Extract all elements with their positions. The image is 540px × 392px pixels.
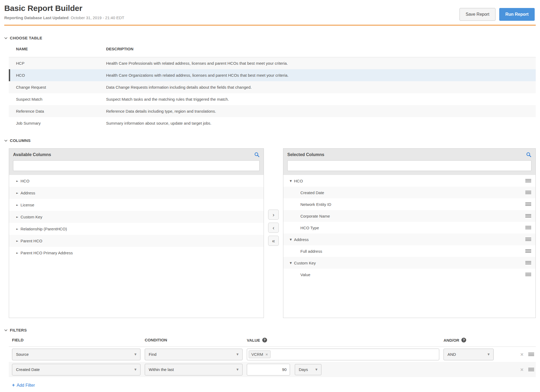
table-row-job-summary[interactable]: Job Summary Summary information about so… bbox=[9, 117, 536, 129]
filter-field-select[interactable]: Source▼ bbox=[12, 349, 140, 360]
drag-handle-icon[interactable] bbox=[525, 191, 531, 194]
filter-row-2: Created Date▼ Within the last▼ Days▼ × bbox=[9, 362, 536, 377]
item-label: HCO Type bbox=[300, 226, 525, 230]
drag-handle-icon[interactable] bbox=[525, 261, 531, 265]
chevron-down-icon bbox=[4, 37, 7, 39]
selected-columns-title: Selected Columns bbox=[287, 152, 324, 157]
collapsed-triangle-icon[interactable]: ► bbox=[16, 239, 21, 242]
filter-value-number-input[interactable] bbox=[247, 364, 290, 375]
filter-header-andor: AND/OR? bbox=[444, 338, 494, 342]
filters-section: FILTERS FIELD CONDITION VALUE? AND/OR? S… bbox=[4, 328, 536, 388]
item-label: Full address bbox=[300, 249, 525, 254]
available-item-address[interactable]: ►Address bbox=[9, 187, 264, 199]
search-icon[interactable] bbox=[254, 152, 260, 157]
filter-condition-select[interactable]: Within the last▼ bbox=[145, 364, 243, 375]
move-all-left-button[interactable]: « bbox=[268, 236, 279, 246]
filter-unit-select[interactable]: Days▼ bbox=[295, 364, 321, 375]
drag-handle-icon[interactable] bbox=[525, 214, 531, 218]
available-columns-search-input[interactable] bbox=[13, 160, 260, 171]
item-label: Value bbox=[300, 272, 525, 277]
caret-down-icon: ▼ bbox=[315, 368, 317, 371]
filters-header[interactable]: FILTERS bbox=[4, 328, 536, 332]
columns-header[interactable]: COLUMNS bbox=[4, 138, 536, 143]
search-icon[interactable] bbox=[526, 152, 531, 157]
help-icon[interactable]: ? bbox=[262, 338, 267, 342]
choose-table-header[interactable]: CHOOSE TABLE bbox=[4, 36, 536, 40]
selected-item-corporate-name[interactable]: Corporate Name bbox=[283, 210, 535, 222]
caret-down-icon: ▼ bbox=[236, 353, 239, 356]
collapsed-triangle-icon[interactable]: ► bbox=[16, 227, 21, 230]
selected-group-address[interactable]: ▼Address bbox=[283, 234, 535, 245]
add-filter-label: Add Filter bbox=[17, 383, 35, 388]
drag-handle-icon[interactable] bbox=[525, 249, 531, 253]
selected-item-created-date[interactable]: Created Date bbox=[283, 187, 535, 198]
collapsed-triangle-icon[interactable]: ► bbox=[16, 203, 21, 206]
chip-remove-icon[interactable]: × bbox=[265, 352, 268, 357]
run-report-button[interactable]: Run Report bbox=[499, 8, 535, 21]
available-item-custom-key[interactable]: ►Custom Key bbox=[9, 211, 264, 223]
expanded-triangle-icon[interactable]: ▼ bbox=[290, 262, 294, 264]
caret-down-icon: ▼ bbox=[134, 368, 136, 371]
selected-columns-search-input[interactable] bbox=[287, 160, 531, 171]
remove-filter-icon[interactable]: × bbox=[520, 352, 523, 357]
filter-andor-select[interactable]: AND▼ bbox=[444, 349, 494, 360]
item-label: Network Entity ID bbox=[300, 202, 525, 207]
move-right-button[interactable]: › bbox=[268, 210, 279, 220]
item-label: Relationship (ParentHCO) bbox=[21, 227, 67, 231]
table-row-change-request[interactable]: Change Request Data Change Requests info… bbox=[9, 81, 536, 93]
table-row-suspect-match[interactable]: Suspect Match Suspect Match tasks and th… bbox=[9, 93, 536, 105]
selected-group-custom-key[interactable]: ▼Custom Key bbox=[283, 257, 535, 269]
available-item-parent-hco-primary-address[interactable]: ►Parent HCO Primary Address bbox=[9, 247, 264, 259]
drag-handle-icon[interactable] bbox=[525, 202, 531, 206]
table-row-hcp[interactable]: HCP Health Care Professionals with relat… bbox=[9, 57, 536, 69]
available-item-parent-hco[interactable]: ►Parent HCO bbox=[9, 235, 264, 247]
row-description: Data Change Requests information includi… bbox=[106, 85, 252, 89]
collapsed-triangle-icon[interactable]: ► bbox=[16, 251, 21, 254]
selected-item-value[interactable]: Value bbox=[283, 269, 535, 280]
filter-value-input[interactable]: VCRM× bbox=[247, 349, 439, 360]
available-item-license[interactable]: ►License bbox=[9, 199, 264, 211]
drag-handle-icon[interactable] bbox=[525, 226, 531, 230]
selected-item-network-entity-id[interactable]: Network Entity ID bbox=[283, 198, 535, 210]
item-label: Corporate Name bbox=[300, 214, 525, 218]
table-row-hco[interactable]: HCO Health Care Organizations with relat… bbox=[9, 69, 536, 81]
chevron-down-icon bbox=[4, 140, 7, 142]
report-builder-page: Basic Report Builder Reporting Database … bbox=[0, 0, 540, 392]
filter-condition-select[interactable]: Find▼ bbox=[145, 349, 243, 360]
drag-handle-icon[interactable] bbox=[525, 238, 531, 241]
drag-handle-icon[interactable] bbox=[528, 353, 534, 356]
save-report-button[interactable]: Save Report bbox=[460, 8, 495, 21]
row-name: Suspect Match bbox=[9, 97, 106, 101]
move-left-button[interactable]: ‹ bbox=[268, 223, 279, 233]
expanded-triangle-icon[interactable]: ▼ bbox=[290, 238, 294, 241]
filters-column-headers: FIELD CONDITION VALUE? AND/OR? bbox=[9, 338, 536, 347]
row-name: HCO bbox=[9, 73, 106, 77]
selected-columns-panel: Selected Columns ▼HCO Created Date Netwo… bbox=[283, 148, 536, 318]
selected-item-full-address[interactable]: Full address bbox=[283, 245, 535, 257]
drag-handle-icon[interactable] bbox=[525, 179, 531, 183]
db-last-updated: Reporting Database Last Updated: October… bbox=[4, 15, 124, 20]
collapsed-triangle-icon[interactable]: ► bbox=[16, 191, 21, 194]
add-filter-link[interactable]: + Add Filter bbox=[12, 382, 35, 388]
filters-grid: FIELD CONDITION VALUE? AND/OR? Source▼ F… bbox=[9, 338, 536, 377]
row-name: Reference Data bbox=[9, 109, 106, 113]
drag-handle-icon[interactable] bbox=[528, 368, 534, 371]
remove-filter-icon[interactable]: × bbox=[520, 367, 523, 372]
available-item-hco[interactable]: ►HCO bbox=[9, 175, 264, 187]
selected-columns-head: Selected Columns bbox=[283, 149, 535, 175]
table-row-reference-data[interactable]: Reference Data Reference Data details in… bbox=[9, 105, 536, 117]
expanded-triangle-icon[interactable]: ▼ bbox=[290, 179, 294, 182]
collapsed-triangle-icon[interactable]: ► bbox=[16, 215, 21, 218]
page-header: Basic Report Builder Reporting Database … bbox=[4, 4, 536, 21]
collapsed-triangle-icon[interactable]: ► bbox=[16, 179, 21, 182]
help-icon[interactable]: ? bbox=[461, 338, 466, 342]
available-item-relationship-parenthco[interactable]: ►Relationship (ParentHCO) bbox=[9, 223, 264, 235]
filter-field-select[interactable]: Created Date▼ bbox=[12, 364, 140, 375]
caret-down-icon: ▼ bbox=[487, 353, 490, 356]
selected-item-hco-type[interactable]: HCO Type bbox=[283, 222, 535, 234]
chip-label: VCRM bbox=[251, 352, 263, 357]
row-description: Reference Data details including type, r… bbox=[106, 109, 216, 113]
selected-group-hco[interactable]: ▼HCO bbox=[283, 175, 535, 187]
caret-down-icon: ▼ bbox=[236, 368, 239, 371]
drag-handle-icon[interactable] bbox=[525, 273, 531, 276]
